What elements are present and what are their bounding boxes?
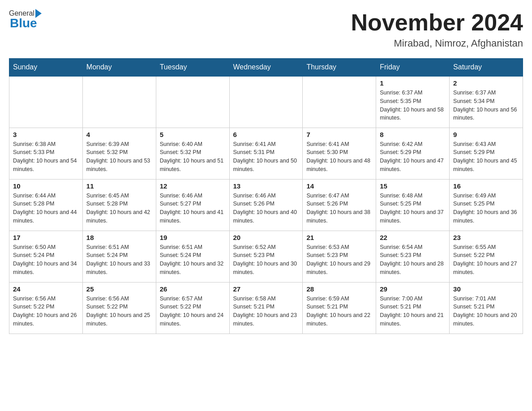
calendar-cell: 18Sunrise: 6:51 AMSunset: 5:24 PMDayligh… [82,231,156,282]
day-number: 5 [160,131,226,138]
day-number: 15 [380,182,446,190]
day-number: 29 [380,285,446,293]
day-info: Sunrise: 6:49 AMSunset: 5:25 PMDaylight:… [453,192,519,225]
calendar-week-row: 3Sunrise: 6:38 AMSunset: 5:33 PMDaylight… [9,128,523,179]
day-number: 22 [380,234,446,241]
day-number: 28 [306,285,372,293]
day-info: Sunrise: 6:42 AMSunset: 5:29 PMDaylight:… [380,140,446,174]
day-info: Sunrise: 6:52 AMSunset: 5:23 PMDaylight:… [233,243,299,277]
day-number: 4 [86,131,152,138]
calendar-cell: 20Sunrise: 6:52 AMSunset: 5:23 PMDayligh… [229,231,303,282]
day-info: Sunrise: 6:46 AMSunset: 5:27 PMDaylight:… [160,192,226,225]
calendar-header-wednesday: Wednesday [229,59,303,77]
day-info: Sunrise: 6:58 AMSunset: 5:21 PMDaylight:… [233,295,299,328]
day-number: 13 [233,182,299,190]
calendar-cell: 16Sunrise: 6:49 AMSunset: 5:25 PMDayligh… [450,179,523,231]
calendar-header-thursday: Thursday [303,59,376,77]
calendar-header-sunday: Sunday [9,59,83,77]
day-info: Sunrise: 6:56 AMSunset: 5:22 PMDaylight:… [13,295,79,328]
day-number: 3 [13,131,79,138]
calendar-cell: 1Sunrise: 6:37 AMSunset: 5:35 PMDaylight… [376,76,450,128]
calendar-subtitle: Mirabad, Nimroz, Afghanistan [351,38,523,49]
day-number: 18 [86,234,152,241]
day-info: Sunrise: 6:41 AMSunset: 5:31 PMDaylight:… [233,140,299,174]
calendar-cell: 17Sunrise: 6:50 AMSunset: 5:24 PMDayligh… [9,231,83,282]
day-info: Sunrise: 6:44 AMSunset: 5:28 PMDaylight:… [13,192,79,225]
day-info: Sunrise: 6:40 AMSunset: 5:32 PMDaylight:… [160,140,226,174]
calendar-cell [9,76,83,128]
calendar-title: November 2024 [351,9,523,36]
calendar-cell: 5Sunrise: 6:40 AMSunset: 5:32 PMDaylight… [156,128,229,179]
day-number: 12 [160,182,226,190]
calendar-week-row: 24Sunrise: 6:56 AMSunset: 5:22 PMDayligh… [9,282,523,334]
day-number: 23 [453,234,519,241]
day-number: 21 [306,234,372,241]
day-number: 1 [380,79,446,87]
calendar-cell: 22Sunrise: 6:54 AMSunset: 5:23 PMDayligh… [376,231,450,282]
day-info: Sunrise: 6:41 AMSunset: 5:30 PMDaylight:… [306,140,372,174]
calendar-cell: 7Sunrise: 6:41 AMSunset: 5:30 PMDaylight… [303,128,376,179]
day-number: 6 [233,131,299,138]
day-number: 19 [160,234,226,241]
day-number: 2 [453,79,519,87]
day-info: Sunrise: 6:55 AMSunset: 5:22 PMDaylight:… [453,243,519,277]
calendar-cell: 23Sunrise: 6:55 AMSunset: 5:22 PMDayligh… [450,231,523,282]
day-info: Sunrise: 6:57 AMSunset: 5:22 PMDaylight:… [160,295,226,328]
calendar-cell: 4Sunrise: 6:39 AMSunset: 5:32 PMDaylight… [82,128,156,179]
day-info: Sunrise: 6:50 AMSunset: 5:24 PMDaylight:… [13,243,79,277]
calendar-cell [229,76,303,128]
day-number: 17 [13,234,79,241]
calendar-cell: 25Sunrise: 6:56 AMSunset: 5:22 PMDayligh… [82,282,156,334]
day-info: Sunrise: 6:39 AMSunset: 5:32 PMDaylight:… [86,140,152,174]
day-number: 26 [160,285,226,293]
day-info: Sunrise: 6:56 AMSunset: 5:22 PMDaylight:… [86,295,152,328]
day-number: 25 [86,285,152,293]
day-number: 10 [13,182,79,190]
day-number: 9 [453,131,519,138]
day-info: Sunrise: 7:01 AMSunset: 5:21 PMDaylight:… [453,295,519,328]
calendar-cell: 2Sunrise: 6:37 AMSunset: 5:34 PMDaylight… [450,76,523,128]
day-info: Sunrise: 6:38 AMSunset: 5:33 PMDaylight:… [13,140,79,174]
day-number: 16 [453,182,519,190]
day-info: Sunrise: 6:59 AMSunset: 5:21 PMDaylight:… [306,295,372,328]
calendar-cell: 9Sunrise: 6:43 AMSunset: 5:29 PMDaylight… [450,128,523,179]
calendar-cell: 13Sunrise: 6:46 AMSunset: 5:26 PMDayligh… [229,179,303,231]
calendar-cell: 21Sunrise: 6:53 AMSunset: 5:23 PMDayligh… [303,231,376,282]
calendar-cell: 12Sunrise: 6:46 AMSunset: 5:27 PMDayligh… [156,179,229,231]
logo-blue-text: Blue [10,16,37,30]
day-info: Sunrise: 6:48 AMSunset: 5:25 PMDaylight:… [380,192,446,225]
calendar-cell: 6Sunrise: 6:41 AMSunset: 5:31 PMDaylight… [229,128,303,179]
calendar-header-saturday: Saturday [450,59,523,77]
day-info: Sunrise: 6:51 AMSunset: 5:24 PMDaylight:… [160,243,226,277]
calendar-cell: 15Sunrise: 6:48 AMSunset: 5:25 PMDayligh… [376,179,450,231]
calendar-cell: 30Sunrise: 7:01 AMSunset: 5:21 PMDayligh… [450,282,523,334]
calendar-week-row: 1Sunrise: 6:37 AMSunset: 5:35 PMDaylight… [9,76,523,128]
day-info: Sunrise: 6:37 AMSunset: 5:35 PMDaylight:… [380,89,446,122]
calendar-cell: 26Sunrise: 6:57 AMSunset: 5:22 PMDayligh… [156,282,229,334]
title-block: November 2024 Mirabad, Nimroz, Afghanist… [351,9,523,49]
calendar-cell: 24Sunrise: 6:56 AMSunset: 5:22 PMDayligh… [9,282,83,334]
calendar-cell: 29Sunrise: 7:00 AMSunset: 5:21 PMDayligh… [376,282,450,334]
calendar-header-row: SundayMondayTuesdayWednesdayThursdayFrid… [9,59,523,77]
day-info: Sunrise: 6:53 AMSunset: 5:23 PMDaylight:… [306,243,372,277]
calendar-cell: 11Sunrise: 6:45 AMSunset: 5:28 PMDayligh… [82,179,156,231]
calendar-header-monday: Monday [82,59,156,77]
day-number: 27 [233,285,299,293]
day-info: Sunrise: 7:00 AMSunset: 5:21 PMDaylight:… [380,295,446,328]
day-info: Sunrise: 6:47 AMSunset: 5:26 PMDaylight:… [306,192,372,225]
day-info: Sunrise: 6:37 AMSunset: 5:34 PMDaylight:… [453,89,519,122]
calendar-table: SundayMondayTuesdayWednesdayThursdayFrid… [9,58,523,334]
day-info: Sunrise: 6:46 AMSunset: 5:26 PMDaylight:… [233,192,299,225]
calendar-cell: 14Sunrise: 6:47 AMSunset: 5:26 PMDayligh… [303,179,376,231]
logo: General Blue [9,9,43,30]
calendar-week-row: 10Sunrise: 6:44 AMSunset: 5:28 PMDayligh… [9,179,523,231]
day-number: 11 [86,182,152,190]
day-number: 30 [453,285,519,293]
calendar-cell [303,76,376,128]
calendar-cell [82,76,156,128]
calendar-header-friday: Friday [376,59,450,77]
calendar-cell: 10Sunrise: 6:44 AMSunset: 5:28 PMDayligh… [9,179,83,231]
day-info: Sunrise: 6:54 AMSunset: 5:23 PMDaylight:… [380,243,446,277]
page-header: General Blue November 2024 Mirabad, Nimr… [9,9,523,49]
calendar-cell: 19Sunrise: 6:51 AMSunset: 5:24 PMDayligh… [156,231,229,282]
